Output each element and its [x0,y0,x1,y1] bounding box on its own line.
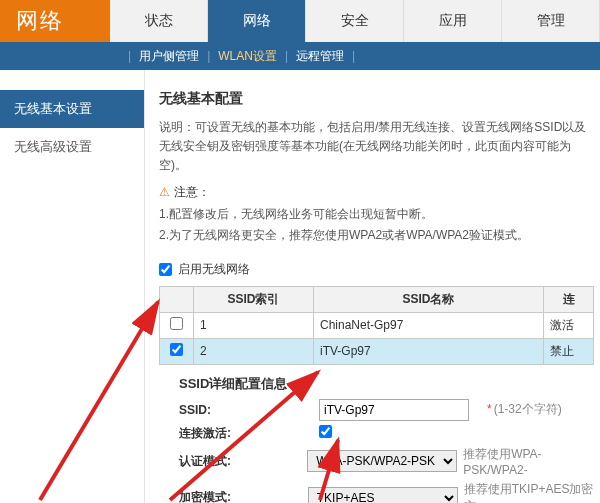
auth-label: 认证模式: [159,453,307,470]
main-tabs: 状态 网络 安全 应用 管理 [110,0,600,42]
row-link-2: 禁止 [544,338,594,364]
tab-status[interactable]: 状态 [110,0,208,42]
ssid-input[interactable] [319,399,469,421]
warning-icon: ⚠ [159,185,170,199]
subnav-remote[interactable]: 远程管理 [296,48,344,65]
enc-hint: 推荐使用TKIP+AES加密方 [464,481,594,503]
row-select-2[interactable] [170,343,183,356]
col-index: SSID索引 [194,286,314,312]
logo: 网络 [0,0,110,42]
section-desc: 说明：可设置无线的基本功能，包括启用/禁用无线连接、设置无线网络SSID以及无线… [159,118,594,176]
col-link: 连 [544,286,594,312]
note-1: 1.配置修改后，无线网络业务可能会出现短暂中断。 [159,205,594,224]
auth-hint: 推荐使用WPA-PSK/WPA2- [463,446,594,477]
warn-title: ⚠注意： [159,184,594,201]
subnav-wlan[interactable]: WLAN设置 [218,48,277,65]
row-name-2: iTV-Gp97 [314,338,544,364]
detail-title: SSID详细配置信息 [179,375,594,393]
row-select-1[interactable] [170,317,183,330]
sidebar-item-advanced[interactable]: 无线高级设置 [0,128,144,166]
sidebar: 无线基本设置 无线高级设置 [0,70,145,503]
enable-wifi-label: 启用无线网络 [178,261,250,278]
section-title: 无线基本配置 [159,90,594,108]
auth-select[interactable]: WPA-PSK/WPA2-PSK [307,450,457,472]
warn-label: 注意： [174,185,210,199]
conn-label: 连接激活: [159,425,319,442]
note-2: 2.为了无线网络更安全，推荐您使用WPA2或者WPA/WPA2验证模式。 [159,226,594,245]
row-name-1: ChinaNet-Gp97 [314,312,544,338]
ssid-table: SSID索引 SSID名称 连 1 ChinaNet-Gp97 激活 2 iTV… [159,286,594,365]
ssid-label: SSID: [159,403,319,417]
subnav-users[interactable]: 用户侧管理 [139,48,199,65]
sidebar-item-basic[interactable]: 无线基本设置 [0,90,144,128]
enc-select[interactable]: TKIP+AES [308,487,458,503]
tab-network[interactable]: 网络 [208,0,306,42]
table-row[interactable]: 2 iTV-Gp97 禁止 [160,338,594,364]
sub-nav: | 用户侧管理 | WLAN设置 | 远程管理 | [0,42,600,70]
content: 无线基本配置 说明：可设置无线的基本功能，包括启用/禁用无线连接、设置无线网络S… [145,70,600,503]
row-idx-1: 1 [194,312,314,338]
row-link-1: 激活 [544,312,594,338]
tab-security[interactable]: 安全 [306,0,404,42]
table-row[interactable]: 1 ChinaNet-Gp97 激活 [160,312,594,338]
col-name: SSID名称 [314,286,544,312]
tab-app[interactable]: 应用 [404,0,502,42]
row-idx-2: 2 [194,338,314,364]
enc-label: 加密模式: [159,489,308,503]
tab-manage[interactable]: 管理 [502,0,600,42]
enable-wifi-checkbox[interactable] [159,263,172,276]
conn-checkbox[interactable] [319,425,332,438]
col-select [160,286,194,312]
ssid-hint: *(1-32个字符) [485,401,562,418]
